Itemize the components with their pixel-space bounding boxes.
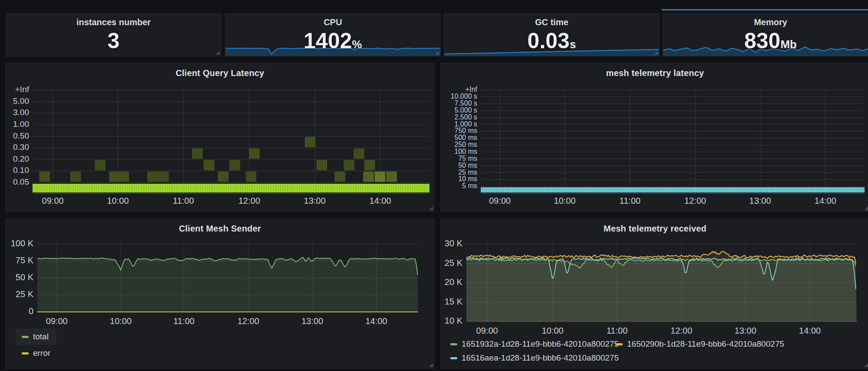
svg-text:100 ms: 100 ms <box>455 148 477 155</box>
svg-text:0.10: 0.10 <box>13 166 29 175</box>
series-color-swatch <box>450 343 457 345</box>
panel-title[interactable]: CPU <box>225 17 440 27</box>
legend-item-error[interactable]: error <box>16 345 56 361</box>
svg-text:14:00: 14:00 <box>370 196 391 205</box>
svg-text:25 ms: 25 ms <box>458 169 477 176</box>
svg-text:12:00: 12:00 <box>684 196 706 205</box>
svg-text:20 K: 20 K <box>445 277 463 287</box>
svg-text:0: 0 <box>29 306 33 316</box>
svg-text:13:00: 13:00 <box>301 316 323 326</box>
panel-cpu: CPU 1402% <box>225 13 441 56</box>
svg-text:10:00: 10:00 <box>542 326 564 335</box>
svg-text:+Inf: +Inf <box>465 86 478 93</box>
panel-instances-number: instances number 3 <box>6 13 221 56</box>
svg-text:12:00: 12:00 <box>670 326 692 335</box>
svg-text:5 ms: 5 ms <box>462 182 477 189</box>
svg-text:25 K: 25 K <box>16 289 34 299</box>
svg-text:11:00: 11:00 <box>173 196 194 205</box>
svg-text:25 K: 25 K <box>445 258 463 268</box>
svg-text:30 K: 30 K <box>445 238 463 248</box>
legend-item-instance-1651932a[interactable]: 1651932a-1d28-11e9-bbb6-42010a800275 <box>450 339 619 349</box>
panel-title[interactable]: Memory <box>663 17 868 27</box>
client-mesh-sender-graph[interactable]: 100 K75 K50 K25 K009:0010:0011:0012:0013… <box>6 219 435 369</box>
svg-text:0.50: 0.50 <box>13 131 29 140</box>
legend-label: 1651932a-1d28-11e9-bbb6-42010a800275 <box>462 339 619 349</box>
svg-text:2.500 s: 2.500 s <box>455 113 477 121</box>
svg-text:750 ms: 750 ms <box>455 127 477 134</box>
panel-client-mesh-sender: 100 K75 K50 K25 K009:0010:0011:0012:0013… <box>5 219 435 369</box>
legend-item-instance-16516aea[interactable]: 16516aea-1d28-11e9-bbb6-42010a800275 <box>450 353 619 363</box>
svg-text:09:00: 09:00 <box>46 316 68 326</box>
legend-item-total[interactable]: total <box>16 328 56 345</box>
panel-title[interactable]: GC time <box>444 17 659 27</box>
panel-resize-handle[interactable] <box>864 206 868 210</box>
panel-title[interactable]: instances number <box>6 17 221 27</box>
legend-label: total <box>33 332 49 341</box>
svg-text:10:00: 10:00 <box>107 196 129 205</box>
legend-label: 1650290b-1d28-11e9-bbb6-42010a800275 <box>627 339 784 349</box>
series-color-swatch <box>22 352 29 354</box>
stat-value: 3 <box>6 30 221 52</box>
panel-gc-time: GC time 0.03s <box>444 13 660 56</box>
svg-text:5.000 s: 5.000 s <box>455 106 477 114</box>
legend-item-instance-1650290b[interactable]: 1650290b-1d28-11e9-bbb6-42010a800275 <box>616 339 784 349</box>
svg-text:09:00: 09:00 <box>489 196 511 205</box>
panel-mesh-telemetry-received: 30 K25 K20 K15 K10 K09:0010:0011:0012:00… <box>440 219 868 369</box>
svg-text:11:00: 11:00 <box>620 196 641 205</box>
svg-text:10 K: 10 K <box>445 316 463 325</box>
legend-label: error <box>33 348 50 358</box>
panel-title[interactable]: mesh telemetry latency <box>441 68 868 78</box>
svg-text:0.30: 0.30 <box>13 142 29 152</box>
grafana-dashboard: instances number 3 CPU 1402% GC time 0.0… <box>0 0 868 371</box>
series-color-swatch <box>450 357 457 359</box>
svg-text:14:00: 14:00 <box>365 316 387 326</box>
mesh-telemetry-latency-heatmap[interactable]: +Inf10.000 s7.500 s5.000 s2.500 s1.000 s… <box>441 63 868 212</box>
svg-text:13:00: 13:00 <box>735 326 756 335</box>
panel-memory: Memory 830Mb <box>663 13 868 56</box>
svg-text:7.500 s: 7.500 s <box>455 99 477 107</box>
legend-label: 16516aea-1d28-11e9-bbb6-42010a800275 <box>462 353 619 363</box>
svg-text:3.00: 3.00 <box>13 108 29 117</box>
client-query-latency-heatmap[interactable]: +Inf5.003.001.000.500.300.200.100.0509:0… <box>6 63 435 212</box>
svg-text:5.00: 5.00 <box>13 96 29 106</box>
clipped-panel-graph-line <box>662 9 868 10</box>
series-color-swatch <box>616 343 623 345</box>
panel-client-query-latency: +Inf5.003.001.000.500.300.200.100.0509:0… <box>5 63 435 212</box>
svg-text:15 K: 15 K <box>445 297 463 306</box>
stat-value: 1402% <box>225 30 440 52</box>
svg-text:10:00: 10:00 <box>554 196 576 205</box>
panel-resize-handle[interactable] <box>429 206 433 210</box>
panel-title[interactable]: Client Mesh Sender <box>6 224 434 234</box>
stat-value: 830Mb <box>663 30 868 52</box>
svg-text:1.000 s: 1.000 s <box>455 120 477 128</box>
svg-text:12:00: 12:00 <box>238 316 259 326</box>
svg-text:11:00: 11:00 <box>607 326 628 335</box>
legend: total error <box>16 328 56 361</box>
panel-title[interactable]: Mesh telemetry received <box>441 224 868 234</box>
svg-text:10.000 s: 10.000 s <box>451 93 477 100</box>
svg-text:+Inf: +Inf <box>15 85 30 94</box>
svg-text:14:00: 14:00 <box>815 196 836 205</box>
svg-text:250 ms: 250 ms <box>455 141 477 148</box>
svg-text:10 ms: 10 ms <box>458 175 477 182</box>
panel-title[interactable]: Client Query Latency <box>6 68 434 78</box>
panel-resize-handle[interactable] <box>864 363 868 367</box>
svg-text:14:00: 14:00 <box>799 326 821 335</box>
panel-mesh-telemetry-latency: +Inf10.000 s7.500 s5.000 s2.500 s1.000 s… <box>440 63 868 212</box>
svg-text:50 ms: 50 ms <box>458 162 477 169</box>
svg-text:1.00: 1.00 <box>13 119 29 129</box>
svg-text:100 K: 100 K <box>11 238 34 248</box>
svg-text:12:00: 12:00 <box>238 196 260 205</box>
svg-text:75 K: 75 K <box>16 255 34 265</box>
svg-text:0.05: 0.05 <box>13 177 29 186</box>
series-color-swatch <box>22 336 29 338</box>
svg-text:13:00: 13:00 <box>749 196 771 205</box>
svg-text:500 ms: 500 ms <box>455 134 477 141</box>
svg-text:09:00: 09:00 <box>476 326 498 335</box>
svg-text:11:00: 11:00 <box>173 316 195 326</box>
stat-value: 0.03s <box>444 30 659 52</box>
panel-resize-handle[interactable] <box>429 363 433 367</box>
svg-text:0.20: 0.20 <box>13 154 29 163</box>
svg-text:50 K: 50 K <box>16 272 34 282</box>
svg-text:75 ms: 75 ms <box>458 155 477 162</box>
